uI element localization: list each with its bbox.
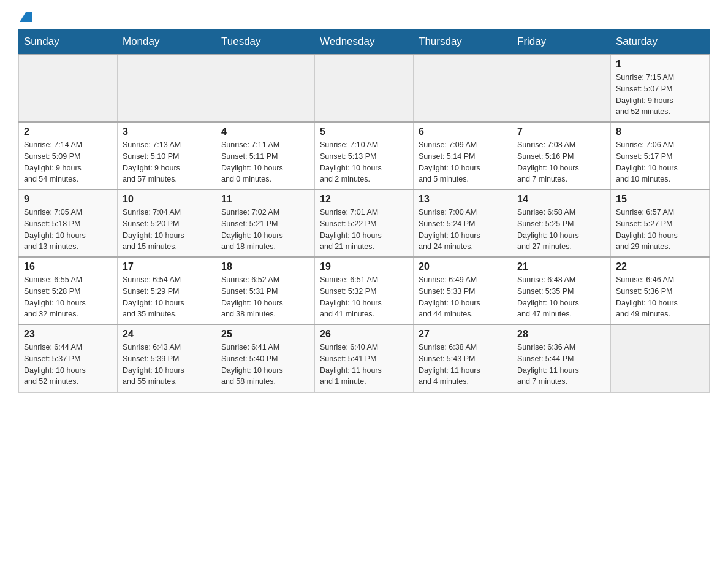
calendar-cell: 6Sunrise: 7:09 AMSunset: 5:14 PMDaylight… [414,122,512,190]
day-number: 11 [221,194,309,205]
day-info: Sunrise: 7:11 AMSunset: 5:11 PMDaylight:… [221,139,309,185]
day-number: 6 [419,126,507,137]
calendar-cell [315,55,414,122]
calendar-week-row: 16Sunrise: 6:55 AMSunset: 5:28 PMDayligh… [19,257,710,324]
calendar-week-row: 1Sunrise: 7:15 AMSunset: 5:07 PMDaylight… [19,55,710,122]
day-info: Sunrise: 7:10 AMSunset: 5:13 PMDaylight:… [320,139,408,185]
day-number: 16 [24,261,112,272]
day-number: 26 [320,329,408,340]
day-number: 12 [320,194,408,205]
column-header-monday: Monday [118,29,216,55]
calendar-cell: 3Sunrise: 7:13 AMSunset: 5:10 PMDaylight… [118,122,216,190]
calendar-cell: 5Sunrise: 7:10 AMSunset: 5:13 PMDaylight… [315,122,414,190]
day-number: 20 [419,261,507,272]
calendar-cell: 25Sunrise: 6:41 AMSunset: 5:40 PMDayligh… [216,324,315,392]
day-number: 3 [123,126,211,137]
column-header-sunday: Sunday [19,29,118,55]
calendar-cell [216,55,315,122]
day-info: Sunrise: 6:44 AMSunset: 5:37 PMDaylight:… [24,342,112,388]
calendar-cell: 22Sunrise: 6:46 AMSunset: 5:36 PMDayligh… [611,257,710,324]
day-info: Sunrise: 6:49 AMSunset: 5:33 PMDaylight:… [419,274,507,320]
day-info: Sunrise: 7:02 AMSunset: 5:21 PMDaylight:… [221,207,309,253]
calendar-cell: 11Sunrise: 7:02 AMSunset: 5:21 PMDayligh… [216,190,315,257]
calendar-cell: 8Sunrise: 7:06 AMSunset: 5:17 PMDaylight… [611,122,710,190]
day-number: 1 [616,59,704,70]
day-number: 24 [123,329,211,340]
day-number: 22 [616,261,704,272]
calendar-cell: 1Sunrise: 7:15 AMSunset: 5:07 PMDaylight… [611,55,710,122]
column-header-friday: Friday [512,29,611,55]
day-info: Sunrise: 6:51 AMSunset: 5:32 PMDaylight:… [320,274,408,320]
day-number: 9 [24,194,112,205]
day-number: 5 [320,126,408,137]
day-info: Sunrise: 6:57 AMSunset: 5:27 PMDaylight:… [616,207,704,253]
day-info: Sunrise: 7:14 AMSunset: 5:09 PMDaylight:… [24,139,112,185]
calendar-cell: 27Sunrise: 6:38 AMSunset: 5:43 PMDayligh… [414,324,512,392]
day-info: Sunrise: 7:00 AMSunset: 5:24 PMDaylight:… [419,207,507,253]
day-number: 13 [419,194,507,205]
column-header-saturday: Saturday [611,29,710,55]
column-header-thursday: Thursday [414,29,512,55]
logo [18,12,32,23]
logo-triangle-icon [20,12,32,22]
day-info: Sunrise: 7:01 AMSunset: 5:22 PMDaylight:… [320,207,408,253]
calendar-cell: 9Sunrise: 7:05 AMSunset: 5:18 PMDaylight… [19,190,118,257]
day-info: Sunrise: 7:06 AMSunset: 5:17 PMDaylight:… [616,139,704,185]
calendar-cell: 16Sunrise: 6:55 AMSunset: 5:28 PMDayligh… [19,257,118,324]
calendar-cell: 10Sunrise: 7:04 AMSunset: 5:20 PMDayligh… [118,190,216,257]
day-info: Sunrise: 6:41 AMSunset: 5:40 PMDaylight:… [221,342,309,388]
day-number: 8 [616,126,704,137]
calendar-cell [611,324,710,392]
calendar-cell: 26Sunrise: 6:40 AMSunset: 5:41 PMDayligh… [315,324,414,392]
calendar-cell: 13Sunrise: 7:00 AMSunset: 5:24 PMDayligh… [414,190,512,257]
day-number: 4 [221,126,309,137]
day-number: 25 [221,329,309,340]
day-info: Sunrise: 6:38 AMSunset: 5:43 PMDaylight:… [419,342,507,388]
day-info: Sunrise: 6:52 AMSunset: 5:31 PMDaylight:… [221,274,309,320]
day-number: 10 [123,194,211,205]
day-number: 17 [123,261,211,272]
calendar-week-row: 2Sunrise: 7:14 AMSunset: 5:09 PMDaylight… [19,122,710,190]
calendar-week-row: 23Sunrise: 6:44 AMSunset: 5:37 PMDayligh… [19,324,710,392]
calendar-table: SundayMondayTuesdayWednesdayThursdayFrid… [18,29,710,393]
day-info: Sunrise: 7:09 AMSunset: 5:14 PMDaylight:… [419,139,507,185]
calendar-cell: 15Sunrise: 6:57 AMSunset: 5:27 PMDayligh… [611,190,710,257]
calendar-cell: 21Sunrise: 6:48 AMSunset: 5:35 PMDayligh… [512,257,611,324]
day-info: Sunrise: 6:36 AMSunset: 5:44 PMDaylight:… [517,342,605,388]
calendar-cell: 4Sunrise: 7:11 AMSunset: 5:11 PMDaylight… [216,122,315,190]
calendar-week-row: 9Sunrise: 7:05 AMSunset: 5:18 PMDaylight… [19,190,710,257]
day-info: Sunrise: 6:55 AMSunset: 5:28 PMDaylight:… [24,274,112,320]
calendar-cell: 2Sunrise: 7:14 AMSunset: 5:09 PMDaylight… [19,122,118,190]
day-number: 21 [517,261,605,272]
calendar-cell: 23Sunrise: 6:44 AMSunset: 5:37 PMDayligh… [19,324,118,392]
day-info: Sunrise: 7:08 AMSunset: 5:16 PMDaylight:… [517,139,605,185]
column-header-wednesday: Wednesday [315,29,414,55]
day-info: Sunrise: 6:54 AMSunset: 5:29 PMDaylight:… [123,274,211,320]
day-number: 27 [419,329,507,340]
calendar-cell: 12Sunrise: 7:01 AMSunset: 5:22 PMDayligh… [315,190,414,257]
day-number: 18 [221,261,309,272]
calendar-header-row: SundayMondayTuesdayWednesdayThursdayFrid… [19,29,710,55]
day-number: 15 [616,194,704,205]
calendar-cell: 28Sunrise: 6:36 AMSunset: 5:44 PMDayligh… [512,324,611,392]
day-info: Sunrise: 7:05 AMSunset: 5:18 PMDaylight:… [24,207,112,253]
day-info: Sunrise: 6:40 AMSunset: 5:41 PMDaylight:… [320,342,408,388]
column-header-tuesday: Tuesday [216,29,315,55]
day-number: 14 [517,194,605,205]
calendar-cell [118,55,216,122]
day-info: Sunrise: 7:15 AMSunset: 5:07 PMDaylight:… [616,72,704,118]
calendar-cell: 20Sunrise: 6:49 AMSunset: 5:33 PMDayligh… [414,257,512,324]
day-info: Sunrise: 6:58 AMSunset: 5:25 PMDaylight:… [517,207,605,253]
day-info: Sunrise: 6:43 AMSunset: 5:39 PMDaylight:… [123,342,211,388]
day-number: 23 [24,329,112,340]
calendar-cell: 17Sunrise: 6:54 AMSunset: 5:29 PMDayligh… [118,257,216,324]
calendar-cell: 18Sunrise: 6:52 AMSunset: 5:31 PMDayligh… [216,257,315,324]
day-info: Sunrise: 7:13 AMSunset: 5:10 PMDaylight:… [123,139,211,185]
calendar-cell: 7Sunrise: 7:08 AMSunset: 5:16 PMDaylight… [512,122,611,190]
page-header [18,12,710,23]
day-info: Sunrise: 6:48 AMSunset: 5:35 PMDaylight:… [517,274,605,320]
calendar-cell: 14Sunrise: 6:58 AMSunset: 5:25 PMDayligh… [512,190,611,257]
calendar-cell [414,55,512,122]
day-number: 19 [320,261,408,272]
calendar-cell [512,55,611,122]
